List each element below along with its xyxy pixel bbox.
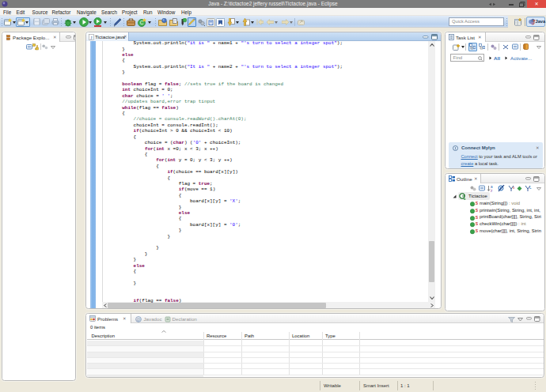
svg-text:@: @ xyxy=(136,317,141,322)
svg-text:S: S xyxy=(476,201,479,205)
svg-text:s: s xyxy=(513,186,515,190)
svg-text:L: L xyxy=(529,186,532,190)
svg-text:z: z xyxy=(491,189,493,192)
svg-text:S: S xyxy=(476,228,479,233)
svg-text:C: C xyxy=(139,20,143,25)
svg-text:S: S xyxy=(476,215,479,220)
svg-text:S: S xyxy=(476,221,479,226)
svg-text:S: S xyxy=(476,208,479,213)
